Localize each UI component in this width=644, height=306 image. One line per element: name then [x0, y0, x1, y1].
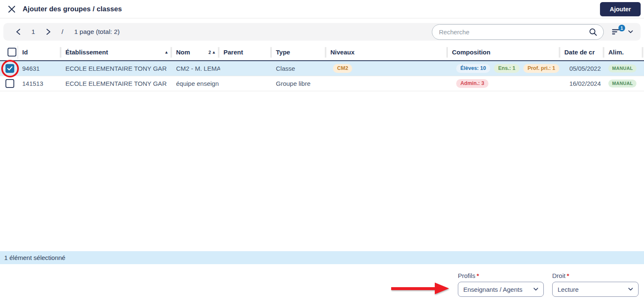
droit-select[interactable]: Lecture: [552, 282, 639, 297]
niveau-badge: CM2: [333, 64, 352, 73]
table-row[interactable]: 94631 ECOLE ELEMENTAIRE TONY GAR CM2 - M…: [0, 61, 644, 76]
cell-id: 141513: [19, 76, 62, 91]
arrow-head: [435, 283, 449, 294]
page-info: 1 page (total: 2): [74, 28, 120, 36]
cell-niveaux: CM2: [327, 61, 449, 76]
close-icon[interactable]: [7, 4, 17, 14]
next-page-icon[interactable]: [46, 28, 51, 35]
cell-parent: [220, 61, 273, 76]
chevron-down-icon: [628, 288, 633, 291]
page-title: Ajouter des groupes / classes: [23, 5, 122, 13]
droit-selected-value: Lecture: [558, 286, 579, 293]
cell-niveaux: [327, 76, 449, 91]
column-header-parent[interactable]: Parent: [220, 44, 273, 60]
column-resize-handle[interactable]: [270, 47, 272, 57]
select-all-cell: [0, 44, 19, 60]
eleves-badge: Élèves: 10: [456, 64, 490, 73]
column-resize-handle[interactable]: [642, 47, 643, 57]
profils-select[interactable]: Enseignants / Agents: [458, 282, 544, 297]
column-resize-handle[interactable]: [18, 46, 18, 59]
cell-date-creation: 05/05/2022: [561, 61, 605, 76]
arrow-shaft: [391, 287, 436, 290]
toolbar-right: 1: [432, 24, 633, 40]
search-input[interactable]: [439, 28, 589, 36]
required-asterisk: *: [567, 272, 569, 279]
profils-selected-value: Enseignants / Agents: [463, 286, 522, 293]
cell-date-creation: 16/02/2024: [561, 76, 605, 91]
admin-badge: Admin.: 3: [456, 79, 488, 88]
column-header-nom[interactable]: Nom 2▲: [173, 44, 220, 60]
modal-header: Ajouter des groupes / classes Ajouter: [0, 0, 644, 18]
add-groups-modal: Ajouter des groupes / classes Ajouter 1 …: [0, 0, 644, 306]
column-header-type[interactable]: Type: [273, 44, 327, 60]
prof-principal-badge: Prof. pri.: 1: [523, 64, 559, 73]
cell-type: Groupe libre: [273, 76, 327, 91]
column-resize-handle[interactable]: [559, 47, 560, 57]
column-resize-handle[interactable]: [603, 47, 604, 57]
filter-button[interactable]: 1: [611, 27, 622, 37]
row-checkbox-unchecked[interactable]: [5, 79, 14, 88]
cell-alim: MANUAL: [605, 61, 644, 76]
cell-composition: Admin.: 3: [449, 76, 561, 91]
droit-label: Droit*: [552, 272, 569, 279]
cell-parent: [220, 76, 273, 91]
cell-nom: équipe enseign: [173, 76, 220, 91]
alim-manual-badge: MANUAL: [608, 64, 636, 73]
enseignants-badge: Ens.: 1: [494, 64, 519, 73]
cell-composition: Élèves: 10 Ens.: 1 Prof. pri.: 1: [449, 61, 561, 76]
column-header-id[interactable]: Id: [19, 44, 62, 60]
selection-status-bar: 1 élément sélectionné: [0, 251, 644, 264]
column-header-composition[interactable]: Composition: [449, 44, 561, 60]
column-resize-handle[interactable]: [171, 47, 172, 57]
cell-nom: CM2 - M. LEMA: [173, 61, 220, 76]
selection-count-text: 1 élément sélectionné: [4, 254, 65, 261]
column-header-alim[interactable]: Alim.: [605, 44, 644, 60]
pagination: 1 / 1 page (total: 2): [16, 28, 120, 36]
cell-type: Classe: [273, 61, 327, 76]
page-separator: /: [62, 28, 63, 36]
row-select-cell: [0, 61, 19, 76]
column-resize-handle[interactable]: [325, 47, 326, 57]
column-header-niveaux[interactable]: Niveaux: [327, 44, 449, 60]
search-box: [432, 24, 604, 40]
column-resize-handle[interactable]: [60, 47, 61, 57]
add-button[interactable]: Ajouter: [600, 2, 641, 16]
select-all-checkbox[interactable]: [8, 48, 16, 57]
required-asterisk: *: [477, 272, 479, 279]
table-header-row: Id Établissement ▲ Nom 2▲ Parent Type Ni…: [0, 44, 644, 61]
cell-etablissement: ECOLE ELEMENTAIRE TONY GAR: [62, 61, 173, 76]
filter-chevron-down-icon[interactable]: [628, 30, 633, 33]
table-row[interactable]: 141513 ECOLE ELEMENTAIRE TONY GAR équipe…: [0, 76, 644, 91]
current-page-number: 1: [31, 28, 35, 36]
sort-asc-icon: ▲: [164, 50, 169, 54]
cell-etablissement: ECOLE ELEMENTAIRE TONY GAR: [62, 76, 173, 91]
prev-page-icon[interactable]: [16, 28, 21, 35]
cell-id: 94631: [19, 61, 62, 76]
cell-alim: MANUAL: [605, 76, 644, 91]
column-header-date[interactable]: Date de cr: [561, 44, 605, 60]
row-checkbox-checked[interactable]: [5, 64, 14, 73]
row-select-cell: [0, 76, 19, 91]
search-icon[interactable]: [589, 28, 597, 36]
sort-asc-secondary-icon: 2▲: [208, 50, 216, 55]
alim-manual-badge: MANUAL: [608, 80, 636, 88]
profils-label: Profils*: [458, 272, 479, 279]
column-resize-handle[interactable]: [218, 47, 219, 57]
column-resize-handle[interactable]: [447, 47, 448, 57]
filter-count-badge: 1: [618, 25, 625, 31]
column-header-etablissement[interactable]: Établissement ▲: [62, 44, 173, 60]
chevron-down-icon: [533, 288, 538, 291]
annotation-red-arrow: [391, 282, 450, 295]
table-toolbar: 1 / 1 page (total: 2) 1: [3, 23, 641, 41]
